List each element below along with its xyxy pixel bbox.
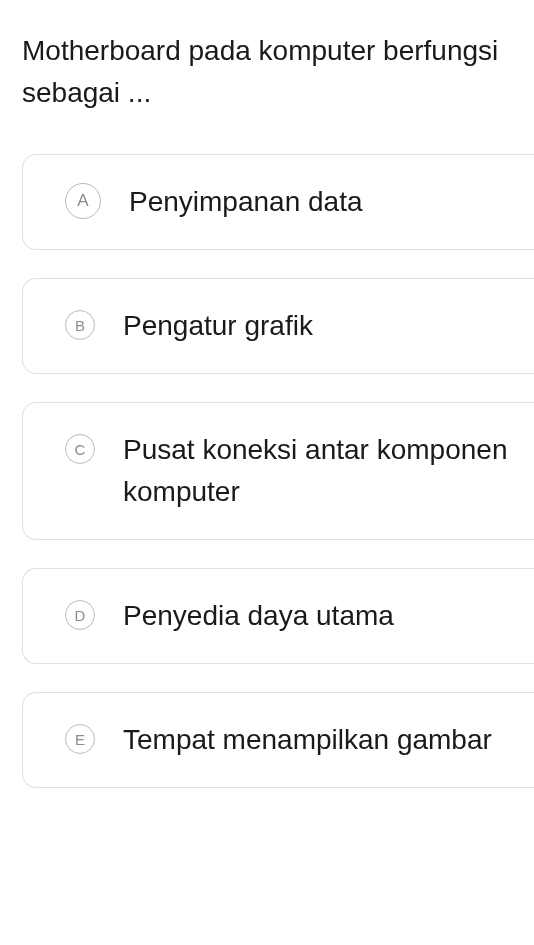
option-d[interactable]: D Penyedia daya utama	[22, 568, 534, 664]
option-a[interactable]: A Penyimpanan data	[22, 154, 534, 250]
option-letter-badge: C	[65, 434, 95, 464]
options-container: A Penyimpanan data B Pengatur grafik C P…	[0, 154, 534, 788]
option-text: Pusat koneksi antar komponen komputer	[123, 429, 516, 513]
option-letter-badge: E	[65, 724, 95, 754]
option-letter-badge: B	[65, 310, 95, 340]
option-text: Pengatur grafik	[123, 305, 313, 347]
option-letter-badge: A	[65, 183, 101, 219]
question-text: Motherboard pada komputer berfungsi seba…	[0, 0, 534, 154]
option-e[interactable]: E Tempat menampilkan gambar	[22, 692, 534, 788]
option-text: Penyimpanan data	[129, 181, 363, 223]
option-letter-badge: D	[65, 600, 95, 630]
option-text: Tempat menampilkan gambar	[123, 719, 492, 761]
option-c[interactable]: C Pusat koneksi antar komponen komputer	[22, 402, 534, 540]
option-b[interactable]: B Pengatur grafik	[22, 278, 534, 374]
option-text: Penyedia daya utama	[123, 595, 394, 637]
